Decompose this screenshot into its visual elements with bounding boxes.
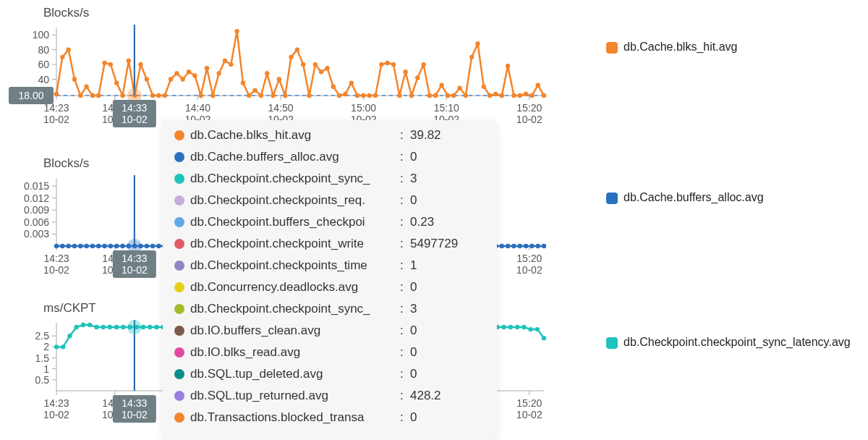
svg-text:10-02: 10-02: [122, 264, 148, 276]
tooltip-series-name: db.IO.buffers_clean.avg: [190, 323, 400, 338]
svg-point-77: [301, 62, 305, 67]
svg-point-51: [145, 77, 149, 81]
series-dot: [174, 326, 184, 336]
legend-item-2[interactable]: db.Cache.buffers_alloc.avg: [606, 191, 764, 204]
legend-item-3[interactable]: db.Checkpoint.checkpoint_sync_latency.av…: [606, 336, 851, 349]
legend-swatch: [606, 192, 618, 204]
svg-text:10-02: 10-02: [516, 264, 542, 276]
svg-point-93: [397, 93, 401, 98]
svg-point-100: [439, 82, 443, 87]
svg-point-103: [457, 86, 461, 90]
svg-point-344: [509, 325, 513, 329]
svg-point-89: [373, 93, 378, 98]
tooltip-series-name: db.IO.blks_read.avg: [190, 345, 400, 360]
tooltip-row: db.Concurrency.deadlocks.avg: 0: [163, 276, 497, 298]
svg-point-172: [150, 244, 155, 248]
svg-point-70: [259, 93, 263, 98]
tooltip-series-name: db.Transactions.blocked_transa: [190, 410, 400, 425]
legend-swatch: [606, 337, 618, 349]
svg-point-230: [500, 244, 504, 248]
svg-point-53: [156, 93, 161, 98]
svg-point-94: [403, 69, 407, 74]
svg-point-345: [515, 325, 519, 329]
svg-point-54: [163, 93, 167, 98]
svg-point-80: [319, 69, 323, 74]
legend-item-1[interactable]: db.Cache.blks_hit.avg: [606, 41, 737, 54]
svg-point-71: [265, 71, 269, 75]
svg-text:0.012: 0.012: [24, 192, 49, 204]
tooltip-row: db.IO.buffers_clean.avg: 0: [163, 320, 497, 342]
svg-point-290: [148, 325, 152, 329]
tooltip-row: db.SQL.tup_returned.avg: 428.2: [163, 385, 497, 407]
svg-point-104: [464, 93, 468, 98]
svg-point-81: [325, 66, 329, 70]
svg-point-157: [60, 244, 64, 248]
svg-text:14:40: 14:40: [185, 102, 210, 114]
series-dot: [174, 391, 184, 401]
tooltip-row: db.Checkpoint.buffers_checkpoi: 0.23: [163, 211, 497, 233]
svg-text:14:33: 14:33: [122, 102, 147, 114]
svg-point-44: [102, 61, 106, 65]
svg-point-278: [67, 334, 72, 338]
tooltip-series-value: 0.23: [410, 215, 490, 229]
series-dot: [174, 130, 184, 140]
svg-text:18.00: 18.00: [18, 90, 43, 101]
svg-text:15:00: 15:00: [351, 102, 376, 114]
dashboard: Blocks/s 2040608010014:2310-0214:3010-02…: [0, 0, 868, 440]
svg-point-166: [114, 244, 119, 248]
tooltip-series-name: db.SQL.tup_returned.avg: [190, 389, 400, 403]
svg-point-114: [524, 92, 528, 96]
svg-point-343: [501, 325, 506, 329]
svg-point-110: [500, 93, 504, 98]
svg-point-285: [114, 325, 119, 329]
svg-point-113: [518, 93, 522, 98]
svg-point-106: [475, 41, 480, 46]
svg-point-349: [542, 336, 546, 340]
series-dot: [174, 195, 184, 206]
tooltip-row: db.IO.blks_read.avg: 0: [163, 342, 497, 363]
svg-point-60: [199, 93, 203, 98]
chart-panel-1: Blocks/s 2040608010014:2310-0214:3010-02…: [9, 6, 573, 139]
svg-point-101: [446, 93, 450, 98]
svg-point-57: [181, 77, 185, 81]
tooltip-series-name: db.Checkpoint.checkpoint_write: [190, 237, 400, 251]
svg-text:100: 100: [33, 29, 50, 41]
svg-point-62: [210, 93, 215, 98]
tooltip-series-value: 0: [410, 345, 490, 360]
svg-point-73: [277, 77, 281, 81]
svg-text:15:20: 15:20: [516, 397, 542, 409]
legend-text: db.Checkpoint.checkpoint_sync_latency.av…: [624, 336, 851, 349]
svg-point-55: [169, 77, 173, 81]
svg-text:1: 1: [43, 363, 49, 375]
svg-text:15:20: 15:20: [516, 102, 542, 114]
svg-point-47: [120, 93, 124, 98]
svg-point-171: [145, 244, 149, 248]
svg-point-40: [78, 93, 82, 98]
svg-point-237: [542, 244, 546, 248]
svg-text:10-02: 10-02: [43, 264, 69, 276]
svg-point-160: [78, 244, 82, 248]
tooltip-series-value: 5497729: [410, 237, 490, 251]
svg-text:10-02: 10-02: [122, 114, 148, 125]
svg-point-48: [127, 59, 131, 63]
svg-point-68: [247, 93, 251, 98]
svg-point-280: [81, 323, 85, 327]
svg-point-66: [234, 29, 239, 33]
svg-point-95: [409, 93, 414, 98]
tooltip-series-name: db.Concurrency.deadlocks.avg: [190, 280, 400, 295]
svg-text:40: 40: [38, 74, 49, 85]
series-dot: [174, 174, 184, 184]
svg-point-87: [361, 93, 365, 98]
svg-text:10-02: 10-02: [122, 409, 148, 420]
svg-point-162: [90, 244, 95, 248]
svg-point-41: [84, 85, 88, 89]
svg-point-286: [121, 325, 125, 329]
tooltip-series-value: 3: [410, 172, 490, 186]
tooltip-series-value: 0: [410, 410, 490, 425]
tooltip-series-name: db.SQL.tup_deleted.avg: [190, 367, 400, 381]
tooltip-series-name: db.Checkpoint.checkpoints_time: [190, 258, 400, 273]
svg-point-163: [96, 244, 101, 248]
svg-point-279: [74, 325, 78, 329]
svg-point-86: [355, 93, 359, 98]
svg-point-99: [433, 93, 438, 98]
